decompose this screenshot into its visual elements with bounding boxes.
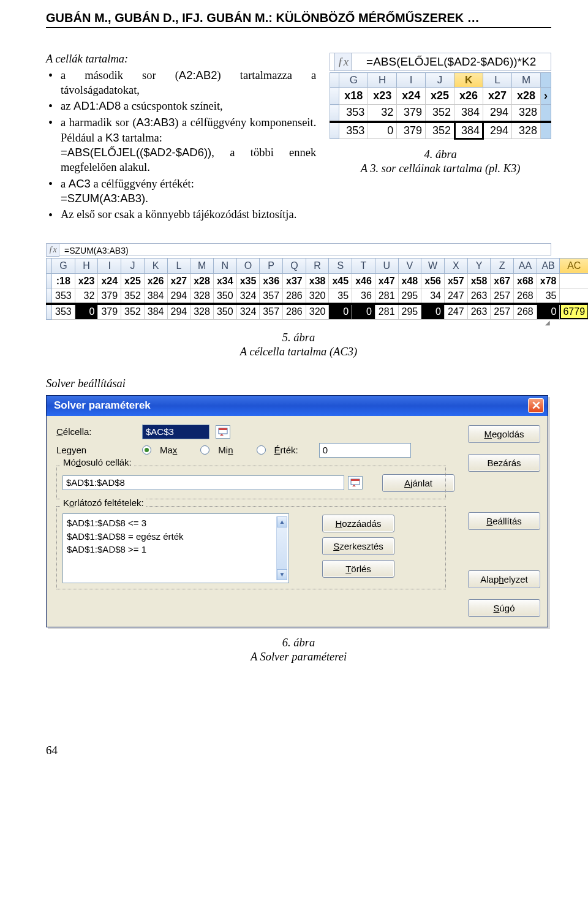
cell[interactable]: 263 — [467, 304, 491, 319]
cell[interactable]: x24 — [98, 273, 121, 289]
close-icon[interactable] — [528, 398, 544, 413]
cell[interactable]: x25 — [426, 88, 454, 105]
cell[interactable]: 350 — [213, 304, 236, 319]
cell[interactable]: 384 — [144, 289, 167, 304]
cell[interactable]: 32 — [368, 105, 397, 122]
refedit-icon[interactable] — [348, 476, 363, 490]
constraints-listbox[interactable]: $AD$1:$AD$8 <= 3 $AD$1:$AD$8 = egész ért… — [62, 513, 289, 583]
cell[interactable]: 352 — [426, 122, 454, 139]
col-header[interactable]: J — [121, 258, 145, 273]
col-header[interactable]: S — [329, 258, 352, 273]
chevron-up-icon[interactable]: ▲ — [277, 516, 287, 527]
cell[interactable]: x46 — [352, 273, 375, 289]
cell[interactable]: 263 — [467, 289, 491, 304]
col-header[interactable]: M — [190, 258, 214, 273]
col-header[interactable]: X — [444, 258, 467, 273]
formula-bar-2[interactable]: =SZUM(A3:AB3) — [59, 243, 551, 255]
list-item[interactable]: $AD$1:$AD$8 <= 3 — [67, 516, 276, 530]
cell[interactable]: 294 — [483, 105, 512, 122]
col-header[interactable]: L — [483, 73, 512, 88]
cell[interactable]: 247 — [444, 304, 467, 319]
col-header[interactable]: AC — [560, 258, 588, 273]
cell[interactable]: x56 — [421, 273, 445, 289]
radio-min[interactable] — [200, 445, 209, 455]
radio-max[interactable] — [142, 445, 151, 455]
cell[interactable]: x37 — [283, 273, 306, 289]
szerkesztes-button[interactable]: Szerkesztés — [322, 537, 394, 555]
cell[interactable]: 0 — [421, 304, 445, 319]
cell[interactable]: 379 — [98, 304, 121, 319]
col-header[interactable]: G — [339, 73, 368, 88]
col-header[interactable]: O — [236, 258, 260, 273]
cell[interactable] — [560, 289, 588, 304]
list-item[interactable]: $AD$1:$AD$8 = egész érték — [67, 530, 276, 543]
solver-titlebar[interactable]: Solver paraméterek — [47, 396, 548, 416]
cell[interactable]: x58 — [467, 273, 491, 289]
cell[interactable]: 353 — [339, 105, 368, 122]
col-header[interactable]: I — [98, 258, 121, 273]
bezaras-button[interactable]: Bezárás — [468, 454, 540, 472]
radio-value[interactable] — [257, 445, 266, 455]
col-header[interactable]: M — [512, 73, 541, 88]
cell[interactable]: 295 — [398, 304, 421, 319]
cell[interactable]: x26 — [144, 273, 167, 289]
cell[interactable]: 0 — [329, 304, 352, 319]
cell[interactable]: 32 — [75, 289, 98, 304]
cell[interactable]: x27 — [167, 273, 190, 289]
col-header[interactable]: L — [167, 258, 190, 273]
hozzaadas-button[interactable]: Hozzáadás — [322, 515, 394, 532]
input-ertek[interactable]: 0 — [319, 443, 411, 458]
chevron-down-icon[interactable]: ▼ — [277, 569, 287, 580]
cell[interactable]: x18 — [339, 88, 368, 105]
cell[interactable]: 379 — [397, 105, 426, 122]
cell[interactable]: 247 — [444, 289, 467, 304]
cell[interactable]: 0 — [352, 304, 375, 319]
cell[interactable]: :18 — [52, 273, 75, 289]
col-header[interactable]: H — [75, 258, 98, 273]
cell[interactable]: x26 — [454, 88, 483, 105]
col-header[interactable]: J — [426, 73, 454, 88]
col-header[interactable]: Z — [491, 258, 514, 273]
cell[interactable]: 320 — [306, 304, 329, 319]
col-header[interactable]: K — [144, 258, 167, 273]
cell[interactable]: x45 — [329, 273, 352, 289]
col-header[interactable]: K — [454, 73, 483, 88]
cell[interactable]: 352 — [121, 304, 145, 319]
cell[interactable]: 286 — [283, 304, 306, 319]
scrollbar[interactable]: ▲ ▼ — [276, 516, 287, 580]
cell[interactable]: 384 — [454, 122, 483, 139]
cell[interactable]: 324 — [236, 289, 260, 304]
cell[interactable]: 295 — [398, 289, 421, 304]
cell[interactable]: x34 — [213, 273, 236, 289]
beallitas-button[interactable]: Beállítás — [468, 512, 540, 530]
col-header[interactable]: V — [398, 258, 421, 273]
col-header[interactable]: P — [260, 258, 283, 273]
cell[interactable]: 294 — [167, 304, 190, 319]
list-item[interactable]: $AD$1:$AD$8 >= 1 — [67, 543, 276, 556]
cell[interactable]: x68 — [514, 273, 537, 289]
cell[interactable]: 281 — [375, 289, 398, 304]
cell[interactable]: 352 — [426, 105, 454, 122]
cell[interactable]: 384 — [144, 304, 167, 319]
alaphelyzet-button[interactable]: Alaphelyzet — [468, 570, 540, 588]
cell[interactable]: x27 — [483, 88, 512, 105]
col-header[interactable]: H — [368, 73, 397, 88]
refedit-icon[interactable] — [216, 425, 230, 439]
cell[interactable]: 268 — [514, 289, 537, 304]
cell[interactable]: x23 — [75, 273, 98, 289]
cell[interactable]: x48 — [398, 273, 421, 289]
cell[interactable]: x28 — [512, 88, 541, 105]
cell[interactable]: 379 — [98, 289, 121, 304]
cell[interactable]: 324 — [236, 304, 260, 319]
cell[interactable]: 286 — [283, 289, 306, 304]
cell[interactable]: 328 — [512, 105, 541, 122]
col-header[interactable]: R — [306, 258, 329, 273]
cell[interactable]: 350 — [213, 289, 236, 304]
cell[interactable]: x67 — [491, 273, 514, 289]
cell[interactable]: 328 — [190, 304, 214, 319]
ajanlat-button[interactable]: Ajánlat — [382, 474, 454, 492]
cell[interactable]: x24 — [397, 88, 426, 105]
cell[interactable]: 35 — [537, 289, 560, 304]
col-header[interactable]: AA — [514, 258, 537, 273]
megoldas-button[interactable]: Megoldás — [468, 425, 540, 443]
